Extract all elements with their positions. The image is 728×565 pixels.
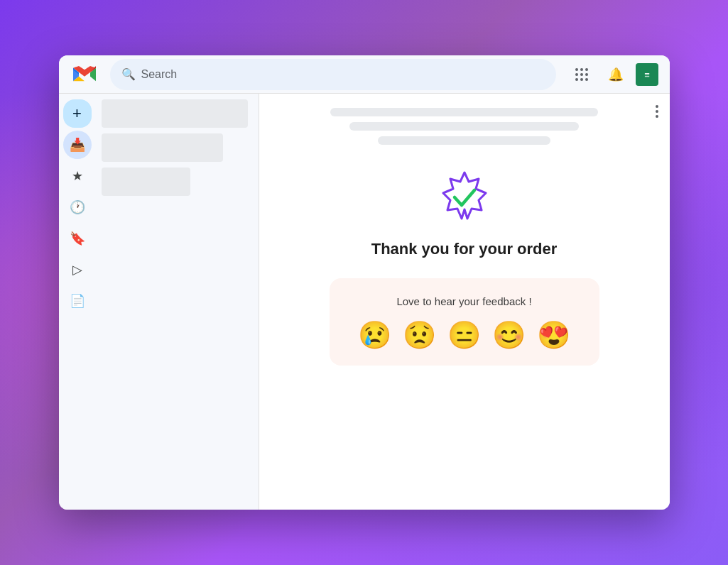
clock-icon: 🕐 xyxy=(70,199,85,215)
header-line-2 xyxy=(349,122,579,131)
email-header-lines xyxy=(273,108,656,145)
apps-grid-icon xyxy=(575,68,588,81)
more-dot-2 xyxy=(656,110,658,113)
compose-button[interactable]: + xyxy=(63,99,92,128)
drafts-icon: 📄 xyxy=(70,293,85,309)
email-content: Thank you for your order Love to hear yo… xyxy=(259,94,670,510)
feedback-label: Love to hear your feedback ! xyxy=(396,295,531,307)
emoji-sad[interactable]: 😟 xyxy=(403,322,436,349)
emoji-very-sad[interactable]: 😢 xyxy=(358,322,391,349)
gmail-sidebar: + 📥 ★ 🕐 🔖 ▷ 📄 xyxy=(59,94,96,510)
header-actions: 🔔 ≡ xyxy=(567,60,658,89)
email-list-placeholder-2 xyxy=(102,133,224,162)
bell-icon: 🔔 xyxy=(608,67,624,82)
inbox-icon: 📥 xyxy=(70,137,85,153)
send-icon: ▷ xyxy=(72,262,82,278)
bookmark-icon: 🔖 xyxy=(70,231,85,246)
search-bar[interactable]: 🔍 Search xyxy=(110,59,556,90)
emoji-neutral[interactable]: 😑 xyxy=(447,322,481,349)
gmail-header: 🔍 Search 🔔 ≡ xyxy=(59,55,670,94)
apps-button[interactable] xyxy=(567,60,596,89)
emoji-happy[interactable]: 😊 xyxy=(492,322,526,349)
sidebar-item-starred[interactable]: ★ xyxy=(63,162,92,190)
browser-window: 🔍 Search 🔔 ≡ xyxy=(59,55,670,510)
header-line-3 xyxy=(378,136,550,145)
feedback-box: Love to hear your feedback ! 😢 😟 😑 😊 😍 xyxy=(330,278,599,366)
more-dot-3 xyxy=(656,115,658,118)
notifications-button[interactable]: 🔔 xyxy=(602,60,630,89)
more-options-button[interactable] xyxy=(653,102,661,121)
header-line-1 xyxy=(330,108,598,116)
thank-you-title: Thank you for your order xyxy=(371,240,558,258)
email-list-placeholder-1 xyxy=(102,99,248,128)
star-icon: ★ xyxy=(72,168,83,184)
gmail-logo xyxy=(70,60,99,89)
sidebar-item-inbox[interactable]: 📥 xyxy=(63,131,92,159)
search-icon: 🔍 xyxy=(121,67,136,81)
gmail-body: + 📥 ★ 🕐 🔖 ▷ 📄 xyxy=(59,94,670,510)
emoji-row: 😢 😟 😑 😊 😍 xyxy=(358,322,570,349)
compose-icon: + xyxy=(72,104,82,123)
sidebar-item-sent[interactable]: ▷ xyxy=(63,256,92,284)
sidebar-item-important[interactable]: 🔖 xyxy=(63,224,92,253)
more-dot-1 xyxy=(656,105,658,108)
email-list-placeholder-3 xyxy=(102,168,191,196)
svg-text:≡: ≡ xyxy=(644,70,650,80)
sidebar-item-drafts[interactable]: 📄 xyxy=(63,287,92,315)
email-list-panel xyxy=(96,94,259,510)
app-avatar[interactable]: ≡ xyxy=(636,63,658,86)
verified-badge xyxy=(436,169,493,226)
emoji-love[interactable]: 😍 xyxy=(537,322,570,349)
sidebar-item-snoozed[interactable]: 🕐 xyxy=(63,193,92,221)
search-label: Search xyxy=(141,68,178,81)
